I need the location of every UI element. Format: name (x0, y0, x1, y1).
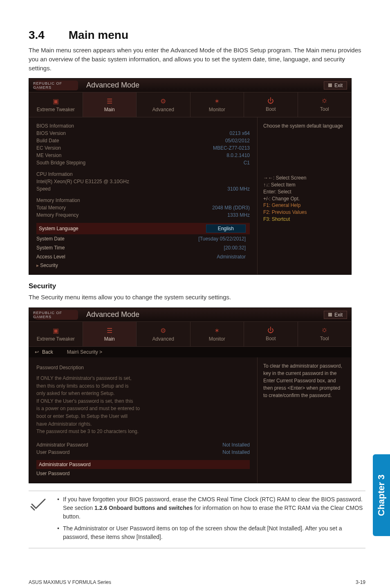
bios-security-screenshot: REPUBLIC OF GAMERS Advanced Mode Exit ▣E… (29, 307, 352, 483)
rog-badge: REPUBLIC OF GAMERS (33, 81, 78, 90)
info-row: CPU Information (36, 171, 250, 178)
tab-boot[interactable]: ⏻Boot (244, 92, 298, 117)
info-row: Build Date05/02/2012 (36, 137, 250, 144)
chip-icon: ▣ (53, 327, 59, 334)
security-heading: Security (29, 282, 365, 290)
tab-label: Main (104, 336, 115, 342)
administrator-password-item[interactable]: Administrator Password (36, 460, 250, 469)
info-row: Total Memory2048 MB (DDR3) (36, 204, 250, 211)
tab-monitor[interactable]: ✶Monitor (191, 322, 244, 346)
desc-line: boot or enter Setup. In Setup the User w… (36, 413, 250, 420)
mode-title: Advanced Mode (78, 81, 324, 90)
power-icon: ⏻ (267, 97, 274, 105)
back-arrow-icon[interactable]: ↩ (35, 349, 39, 355)
tab-label: Extreme Tweaker (37, 107, 75, 112)
info-row: Memory Information (36, 197, 250, 204)
tool-icon: ⛭ (321, 327, 328, 334)
section-number: 3.4 (29, 29, 65, 42)
password-description-title: Password Description (36, 365, 250, 370)
info-row: Memory Frequency1333 MHz (36, 211, 250, 219)
exit-label: Exit (334, 312, 343, 318)
desc-line: then this only limits access to Setup an… (36, 382, 250, 390)
key-help: →←: Select Screen ↑↓: Select Item Enter:… (263, 175, 345, 223)
chip-icon: ▣ (53, 97, 59, 105)
tab-label: Advanced (152, 107, 174, 112)
tab-extreme-tweaker[interactable]: ▣Extreme Tweaker (29, 92, 83, 117)
exit-button[interactable]: Exit (324, 311, 347, 319)
access-level-value: Administrator (217, 254, 246, 260)
tab-label: Monitor (209, 336, 225, 342)
exit-button[interactable]: Exit (324, 81, 347, 90)
bios-main-screenshot: REPUBLIC OF GAMERS Advanced Mode Exit ▣E… (29, 78, 352, 275)
mode-title: Advanced Mode (78, 310, 324, 319)
exit-icon (328, 83, 332, 87)
info-row: EC VersionMBEC-Z77-0213 (36, 144, 250, 152)
gear-icon: ⚙ (160, 97, 166, 105)
info-row: Speed3100 MHz (36, 185, 250, 193)
back-label[interactable]: Back (42, 349, 53, 355)
info-row: Intel(R) Xeon(R) CPU E31225 @ 3.10GHz (36, 178, 250, 185)
system-date-value[interactable]: [Tuesday 05/22/2012] (198, 236, 246, 242)
note-bullet-1: If you have forgotten your BIOS password… (56, 495, 364, 521)
system-date-label: System Date (36, 236, 65, 242)
desc-line: is a power on password and must be enter… (36, 405, 250, 413)
page-footer: ASUS MAXIMUS V FORMULA Series 3-19 (0, 565, 390, 585)
tab-extreme-tweaker[interactable]: ▣Extreme Tweaker (29, 322, 83, 346)
note-icon (30, 495, 48, 545)
help-text: Choose the system default language (263, 122, 345, 130)
note-bullet-2: The Administrator or User Password items… (56, 524, 364, 541)
gear-icon: ⚙ (160, 327, 166, 334)
desc-line: only asked for when entering Setup. (36, 390, 250, 397)
tab-advanced[interactable]: ⚙Advanced (137, 92, 191, 117)
tab-label: Main (104, 107, 115, 112)
admin-password-status: Administrator Password Not Installed (36, 441, 250, 449)
system-time-value[interactable]: [20:00:32] (224, 245, 246, 251)
info-row: ME Version8.0.2.1410 (36, 152, 250, 159)
info-row: BIOS Information (36, 122, 250, 130)
tab-tool[interactable]: ⛭Tool (298, 322, 352, 346)
system-language-value[interactable]: English (206, 224, 246, 233)
tab-monitor[interactable]: ✶Monitor (191, 92, 244, 117)
rog-badge: REPUBLIC OF GAMERS (33, 310, 78, 320)
system-time-label: System Time (36, 245, 65, 251)
system-language-label: System Language (39, 226, 78, 231)
monitor-icon: ✶ (214, 327, 220, 334)
breadcrumb-path: Main\ Security > (67, 349, 102, 355)
tab-label: Advanced (152, 336, 174, 342)
tab-bar: ▣Extreme Tweaker ☰Main ⚙Advanced ✶Monito… (29, 92, 351, 117)
power-icon: ⏻ (267, 327, 274, 334)
chapter-side-tab: Chapter 3 (373, 454, 390, 536)
tab-main[interactable]: ☰Main (83, 92, 137, 117)
tab-label: Monitor (209, 107, 225, 112)
tool-icon: ⛭ (321, 97, 328, 105)
user-password-item[interactable]: User Password (36, 469, 250, 478)
note-box: If you have forgotten your BIOS password… (29, 491, 365, 548)
security-intro: The Security menu items allow you to cha… (29, 293, 365, 302)
system-time-row[interactable]: System Time [20:00:32] (36, 243, 250, 252)
exit-label: Exit (334, 83, 343, 88)
tab-label: Boot (266, 336, 276, 341)
tab-label: Extreme Tweaker (37, 336, 75, 342)
desc-line: The password must be 3 to 20 characters … (36, 428, 250, 435)
list-icon: ☰ (107, 97, 112, 105)
tab-label: Tool (320, 106, 329, 112)
access-level-label: Access Level (36, 254, 65, 260)
exit-icon (328, 313, 332, 316)
footer-page-number: 3-19 (356, 579, 365, 585)
tab-advanced[interactable]: ⚙Advanced (137, 322, 191, 346)
info-row: BIOS Version0213 x64 (36, 130, 250, 137)
desc-line: If ONLY the User's password is set, then… (36, 397, 250, 405)
tab-label: Boot (266, 106, 276, 112)
info-row: South Bridge SteppingC1 (36, 159, 250, 166)
user-password-status: User Password Not Installed (36, 449, 250, 456)
tab-bar: ▣Extreme Tweaker ☰Main ⚙Advanced ✶Monito… (29, 322, 351, 347)
system-language-row[interactable]: System Language English (36, 223, 250, 234)
security-submenu[interactable]: Security (36, 261, 250, 269)
tab-boot[interactable]: ⏻Boot (244, 322, 298, 346)
system-date-row[interactable]: System Date [Tuesday 05/22/2012] (36, 234, 250, 243)
tab-main[interactable]: ☰Main (83, 322, 137, 346)
desc-line: have Administrator rights. (36, 420, 250, 428)
section-title-text: Main menu (69, 29, 128, 41)
tab-tool[interactable]: ⛭Tool (298, 92, 352, 117)
breadcrumb: ↩ Back Main\ Security > (29, 347, 351, 357)
